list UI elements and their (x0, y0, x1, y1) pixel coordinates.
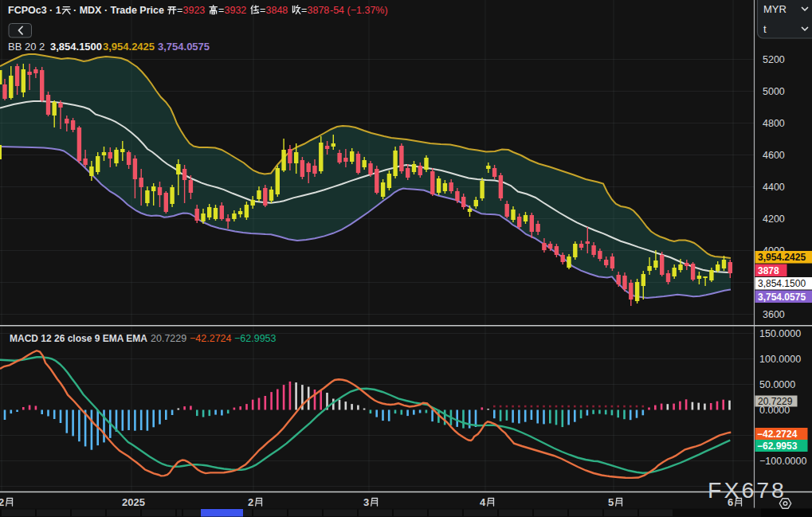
svg-text:−42.2724: −42.2724 (757, 429, 798, 440)
svg-text:100.0000: 100.0000 (759, 354, 801, 365)
svg-text:4400: 4400 (763, 182, 785, 193)
svg-text:t: t (763, 23, 767, 35)
svg-text:−62.9953: −62.9953 (234, 333, 277, 344)
svg-text:3848: 3848 (266, 5, 288, 16)
svg-text:5200: 5200 (763, 54, 785, 65)
svg-text:=: = (218, 5, 224, 16)
svg-text:=: = (301, 5, 307, 16)
svg-text:3,854.1500: 3,854.1500 (50, 41, 102, 53)
svg-text:3600: 3600 (763, 309, 785, 320)
svg-text:20.7229: 20.7229 (151, 333, 186, 344)
svg-text:· MDX · Trade Price: · MDX · Trade Price (73, 5, 164, 16)
svg-text:4600: 4600 (763, 150, 785, 161)
svg-text:3878: 3878 (308, 5, 330, 16)
svg-text:3,954.2425: 3,954.2425 (103, 41, 155, 53)
svg-text:2: 2 (248, 496, 253, 508)
svg-text:4800: 4800 (763, 118, 785, 129)
svg-text:3,954.2425: 3,954.2425 (758, 252, 806, 263)
svg-text:3,754.0575: 3,754.0575 (158, 41, 210, 53)
svg-text:3,754.0575: 3,754.0575 (758, 292, 806, 303)
svg-text:−42.2724: −42.2724 (190, 333, 232, 344)
svg-text:MYR: MYR (763, 3, 787, 15)
svg-text:4: 4 (480, 496, 486, 508)
svg-text:3878: 3878 (758, 265, 779, 276)
svg-text:3932: 3932 (225, 5, 247, 16)
svg-text:3: 3 (363, 496, 369, 508)
svg-text:50.0000: 50.0000 (759, 379, 795, 390)
svg-text:FX678: FX678 (708, 477, 787, 503)
svg-text:5: 5 (608, 496, 614, 508)
svg-text:MACD 12 26 close 9 EMA EMA: MACD 12 26 close 9 EMA EMA (10, 333, 147, 344)
svg-text:−100.0000: −100.0000 (759, 456, 806, 467)
svg-text:FCPOc3 · 1: FCPOc3 · 1 (8, 5, 61, 16)
svg-text:20.7229: 20.7229 (758, 396, 793, 407)
svg-text:3,854.1500: 3,854.1500 (758, 278, 806, 289)
svg-text:150.0000: 150.0000 (759, 328, 801, 339)
svg-text:−62.9953: −62.9953 (757, 441, 798, 452)
svg-text:BB 20 2: BB 20 2 (8, 41, 45, 53)
svg-text:=: = (177, 5, 182, 16)
svg-text:3923: 3923 (183, 5, 206, 16)
svg-text:=: = (260, 5, 265, 16)
svg-text:-54 (−1.37%): -54 (−1.37%) (330, 5, 388, 16)
svg-text:6: 6 (728, 496, 733, 508)
svg-text:2025: 2025 (122, 496, 145, 508)
svg-text:2: 2 (0, 496, 4, 508)
svg-text:4200: 4200 (763, 213, 785, 225)
svg-text:5000: 5000 (763, 86, 785, 97)
